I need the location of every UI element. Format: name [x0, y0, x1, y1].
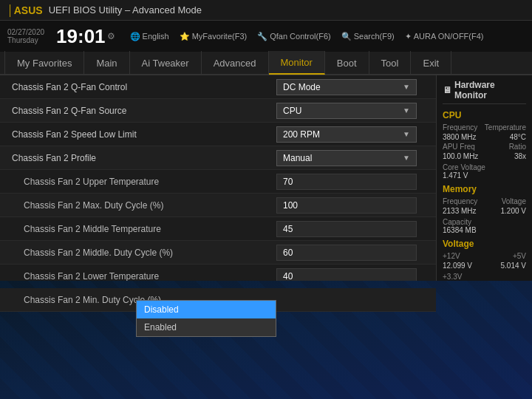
- setting-row-speed-low-limit: Chassis Fan 2 Speed Low Limit 200 RPM ▼: [0, 123, 436, 146]
- my-favorite-btn[interactable]: ⭐ MyFavorite(F3): [180, 32, 248, 41]
- input-middle-temp[interactable]: 45: [276, 221, 417, 237]
- language-label: English: [143, 32, 169, 41]
- option-enabled[interactable]: Enabled: [137, 318, 276, 336]
- hw-row-apu-labels: APU Freq Ratio: [443, 143, 526, 151]
- hw-row-apu-values: 100.0 MHz 38x: [443, 152, 526, 160]
- setting-row-max-duty: Chassis Fan 2 Max. Duty Cycle (%) 100: [0, 194, 436, 217]
- tab-exit[interactable]: Exit: [411, 51, 451, 75]
- hw-label-voltage: Voltage: [502, 197, 526, 205]
- hw-label-ratio: Ratio: [509, 143, 526, 151]
- hw-label-33v: +3.3V: [443, 273, 526, 281]
- input-max-duty[interactable]: 100: [276, 197, 417, 214]
- language-icon: 🌐: [130, 32, 140, 41]
- setting-value-qfan-source[interactable]: CPU ▼: [276, 103, 424, 119]
- time-settings-icon[interactable]: ⚙: [107, 31, 115, 41]
- hw-ratio: 38x: [514, 152, 526, 160]
- hw-row-v-labels: +12V +5V: [443, 252, 526, 260]
- setting-label-upper-temp: Chassis Fan 2 Upper Temperature: [12, 177, 276, 187]
- chevron-down-icon: ▼: [403, 154, 410, 162]
- tab-my-favorites[interactable]: My Favorites: [4, 51, 84, 75]
- setting-value-middle-temp[interactable]: 45: [276, 221, 424, 237]
- hw-5v: 5.014 V: [501, 262, 526, 270]
- dropdown-qfan-source[interactable]: CPU ▼: [276, 103, 417, 119]
- chevron-down-icon: ▼: [403, 130, 410, 138]
- hw-label-frequency: Frequency: [443, 123, 477, 132]
- setting-row-min-duty: Chassis Fan 2 Min. Duty Cycle (%) Disabl…: [0, 288, 436, 312]
- hw-section-cpu: CPU: [443, 110, 526, 120]
- hw-cpu-temperature: 48°C: [510, 133, 526, 141]
- bios-title: UEFI BIOS Utility – Advanced Mode: [49, 4, 202, 16]
- input-upper-temp[interactable]: 70: [276, 174, 417, 190]
- my-favorite-label: MyFavorite(F3): [192, 32, 248, 41]
- setting-label-qfan-source: Chassis Fan 2 Q-Fan Source: [12, 106, 276, 116]
- dropdown-profile[interactable]: Manual ▼: [276, 150, 417, 166]
- setting-row-upper-temp: Chassis Fan 2 Upper Temperature 70: [0, 170, 436, 194]
- hw-row-mem-labels: Frequency Voltage: [443, 197, 526, 205]
- timebar: 02/27/2020Thursday 19:01 ⚙ 🌐 English ⭐ M…: [0, 21, 532, 52]
- hw-monitor-title: 🖥 Hardware Monitor: [443, 80, 526, 104]
- chevron-down-icon: ▼: [403, 83, 410, 91]
- setting-label-middle-duty: Chassis Fan 2 Middle. Duty Cycle (%): [12, 248, 276, 258]
- datetime-display: 02/27/2020Thursday: [7, 28, 44, 44]
- setting-row-qfan-source: Chassis Fan 2 Q-Fan Source CPU ▼: [0, 99, 436, 123]
- dropdown-qfan-control-value: DC Mode: [283, 82, 321, 92]
- setting-value-middle-duty[interactable]: 60: [276, 245, 424, 261]
- hw-label-core-voltage: Core Voltage: [443, 163, 526, 171]
- star-icon: ⭐: [180, 32, 190, 41]
- hw-section-memory: Memory: [443, 184, 526, 194]
- aura-icon: ✦: [405, 32, 412, 41]
- tab-advanced[interactable]: Advanced: [202, 51, 269, 75]
- tab-ai-tweaker[interactable]: Ai Tweaker: [130, 51, 202, 75]
- hw-capacity: 16384 MB: [443, 226, 526, 234]
- setting-label-qfan-control: Chassis Fan 2 Q-Fan Control: [12, 82, 276, 92]
- hw-row-cpu-values: 3800 MHz 48°C: [443, 133, 526, 141]
- qfan-control-btn[interactable]: 🔧 Qfan Control(F6): [257, 32, 331, 41]
- option-disabled[interactable]: Disabled: [137, 301, 276, 318]
- dropdown-min-duty-options: Disabled Enabled: [136, 300, 276, 337]
- search-btn[interactable]: 🔍 Search(F9): [341, 32, 395, 41]
- setting-label-profile: Chassis Fan 2 Profile: [12, 153, 276, 163]
- hw-label-mem-frequency: Frequency: [443, 197, 477, 205]
- search-icon: 🔍: [341, 32, 352, 41]
- hw-label-12v: +12V: [443, 252, 460, 260]
- tab-boot[interactable]: Boot: [325, 51, 369, 75]
- setting-row-qfan-control: Chassis Fan 2 Q-Fan Control DC Mode ▼: [0, 75, 436, 99]
- input-middle-duty[interactable]: 60: [276, 245, 417, 261]
- date-display: 02/27/2020Thursday: [7, 28, 44, 44]
- setting-value-max-duty[interactable]: 100: [276, 197, 424, 214]
- language-selector[interactable]: 🌐 English: [130, 32, 169, 41]
- hw-mem-voltage: 1.200 V: [501, 207, 526, 215]
- setting-row-middle-temp: Chassis Fan 2 Middle Temperature 45: [0, 217, 436, 241]
- tab-monitor[interactable]: Monitor: [269, 51, 325, 75]
- header-bar: │ASUS UEFI BIOS Utility – Advanced Mode: [0, 0, 532, 21]
- monitor-icon: 🖥: [443, 85, 451, 95]
- hw-apu-frequency: 100.0 MHz: [443, 152, 478, 160]
- hw-label-apu-freq: APU Freq: [443, 143, 475, 151]
- setting-value-upper-temp[interactable]: 70: [276, 174, 424, 190]
- hw-mem-frequency: 2133 MHz: [443, 207, 477, 215]
- setting-label-max-duty: Chassis Fan 2 Max. Duty Cycle (%): [12, 200, 276, 211]
- hw-monitor-title-text: Hardware Monitor: [454, 80, 526, 100]
- dropdown-speed-low-limit[interactable]: 200 RPM ▼: [276, 126, 417, 143]
- setting-value-speed-low-limit[interactable]: 200 RPM ▼: [276, 126, 424, 143]
- dropdown-speed-low-limit-value: 200 RPM: [283, 129, 320, 140]
- dropdown-qfan-control[interactable]: DC Mode ▼: [276, 79, 417, 95]
- time-display: 19:01: [56, 25, 106, 48]
- setting-row-middle-duty: Chassis Fan 2 Middle. Duty Cycle (%) 60: [0, 241, 436, 265]
- hw-cpu-frequency: 3800 MHz: [443, 133, 477, 141]
- hw-12v: 12.099 V: [443, 262, 472, 270]
- hw-core-voltage: 1.471 V: [443, 171, 526, 180]
- tab-tool[interactable]: Tool: [369, 51, 412, 75]
- setting-row-profile: Chassis Fan 2 Profile Manual ▼: [0, 146, 436, 170]
- setting-value-qfan-control[interactable]: DC Mode ▼: [276, 79, 424, 95]
- setting-value-profile[interactable]: Manual ▼: [276, 150, 424, 166]
- setting-label-speed-low-limit: Chassis Fan 2 Speed Low Limit: [12, 129, 276, 140]
- qfan-label: Qfan Control(F6): [270, 32, 331, 41]
- aura-label: AURA ON/OFF(F4): [414, 32, 484, 41]
- setting-label-lower-temp: Chassis Fan 2 Lower Temperature: [12, 271, 276, 282]
- search-label: Search(F9): [354, 32, 395, 41]
- fan-icon: 🔧: [257, 32, 267, 41]
- aura-btn[interactable]: ✦ AURA ON/OFF(F4): [405, 32, 484, 41]
- tab-main[interactable]: Main: [84, 51, 129, 75]
- chevron-down-icon: ▼: [403, 106, 410, 115]
